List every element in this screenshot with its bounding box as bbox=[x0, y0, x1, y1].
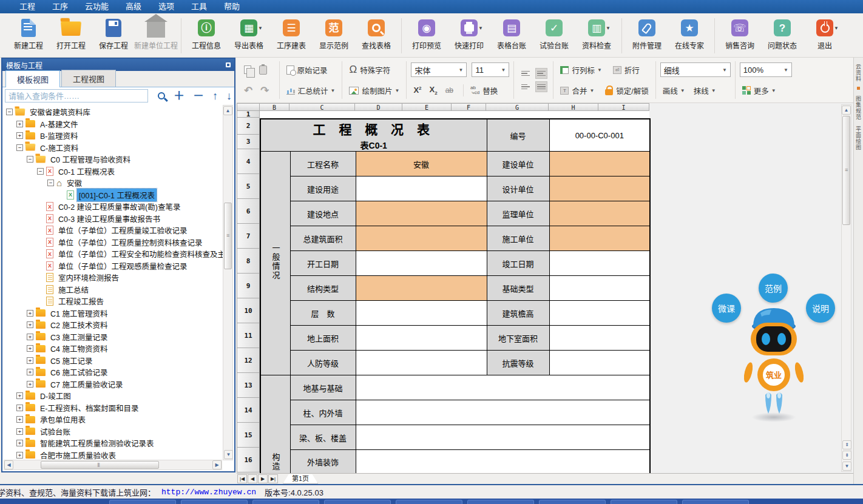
align-top-icon[interactable] bbox=[519, 68, 532, 79]
align-left-icon[interactable] bbox=[519, 81, 532, 92]
column-header-C[interactable]: C bbox=[289, 103, 355, 111]
tree-item[interactable]: +合肥市施工质量验收表 bbox=[2, 449, 223, 461]
scrollbar-thumb[interactable] bbox=[224, 203, 232, 269]
undo-button[interactable]: ↶ bbox=[242, 83, 258, 98]
sheet-vertical-scrollbar[interactable]: ▲ ⇞ ⇟ ▼ bbox=[841, 104, 851, 472]
tree-item[interactable]: −C0 工程管理与验收资料 bbox=[2, 153, 223, 166]
tree-item[interactable]: −XC0-1 工程概况表 bbox=[2, 166, 223, 178]
expand-plus-icon[interactable]: + bbox=[27, 369, 33, 375]
taskbar-button[interactable] bbox=[396, 500, 462, 504]
cell-label[interactable]: 地基与基础 bbox=[290, 375, 356, 400]
tree-item[interactable]: X单位（子单位）工程质量控制资料核查记录 bbox=[2, 237, 223, 249]
expand-plus-icon[interactable]: + bbox=[27, 334, 33, 340]
tree-item[interactable]: +承包单位用表 bbox=[2, 414, 223, 426]
zoom-select[interactable]: 100%▼ bbox=[740, 62, 792, 77]
tree-item[interactable]: +C7 施工质量验收记录 bbox=[2, 378, 223, 391]
scroll-down-icon[interactable]: ▼ bbox=[224, 450, 233, 459]
process-table-button[interactable]: ☰工序建表 bbox=[271, 17, 312, 50]
status-url-link[interactable]: http://www.zhuyew.cn bbox=[161, 488, 256, 497]
prev-page-icon[interactable]: ◀ bbox=[248, 474, 257, 483]
print-preview-button[interactable]: ◉打印预览 bbox=[406, 17, 447, 50]
page-up-icon[interactable]: ⇞ bbox=[842, 440, 851, 449]
lock-unlock-button[interactable]: 锁定/解锁 bbox=[603, 84, 651, 98]
special-char-button[interactable]: Ω特殊字符 bbox=[347, 62, 393, 77]
pin-icon[interactable] bbox=[226, 62, 231, 67]
cell-no-label[interactable]: 编号 bbox=[487, 119, 549, 152]
cell-value[interactable] bbox=[549, 251, 650, 276]
cell-value[interactable] bbox=[356, 450, 650, 474]
column-header-D[interactable]: D bbox=[355, 103, 402, 111]
tree-item[interactable]: 施工总结 bbox=[2, 284, 223, 296]
expand-plus-icon[interactable]: + bbox=[16, 392, 23, 399]
cell-value[interactable] bbox=[356, 226, 487, 251]
cell-section-general[interactable]: 一般情况 bbox=[260, 152, 290, 375]
expand-plus-icon[interactable]: + bbox=[16, 132, 23, 139]
menu-item-4[interactable]: 选项 bbox=[150, 0, 183, 13]
tree-item[interactable]: +C4 施工物资资料 bbox=[2, 343, 223, 355]
cell-no-value[interactable]: 00-00-C0-001 bbox=[549, 119, 650, 152]
column-header-E[interactable]: E bbox=[402, 103, 452, 111]
dropdown-arrow-icon[interactable]: ▼ bbox=[834, 25, 839, 31]
draw-line-button[interactable]: 画线▼ bbox=[660, 84, 688, 98]
tree-item[interactable]: −⌂安徽 bbox=[2, 177, 223, 189]
tree-item[interactable]: X[001]-C0-1 工程概况表 bbox=[2, 189, 223, 201]
page-down-icon[interactable]: ⇟ bbox=[842, 451, 851, 460]
cell-value[interactable] bbox=[356, 176, 487, 201]
cell-label[interactable]: 总建筑面积 bbox=[290, 226, 356, 251]
line-style-select[interactable]: 细线▼ bbox=[660, 62, 731, 77]
menu-item-2[interactable]: 云功能 bbox=[76, 0, 117, 13]
menu-item-5[interactable]: 工具 bbox=[183, 0, 215, 13]
font-size-select[interactable]: 11▼ bbox=[472, 62, 509, 77]
row-header-13[interactable]: 13 bbox=[237, 373, 260, 398]
row-header-1[interactable]: 1 bbox=[237, 111, 260, 118]
table-ledger-button[interactable]: ▤表格台账 bbox=[491, 17, 532, 50]
more-button[interactable]: 更多▼ bbox=[740, 84, 779, 98]
online-expert-button[interactable]: ★在线专家 bbox=[669, 17, 710, 50]
cell-value[interactable] bbox=[356, 375, 650, 400]
tree-item[interactable]: +C1 施工管理资料 bbox=[2, 307, 223, 320]
row-header-9[interactable]: 9 bbox=[237, 274, 260, 298]
scrollbar-thumb[interactable] bbox=[41, 461, 159, 469]
column-header-G[interactable]: G bbox=[486, 103, 549, 111]
cell-section-structure[interactable]: 构造 bbox=[260, 375, 290, 474]
align-center-icon[interactable] bbox=[535, 81, 547, 92]
cell-label[interactable]: 建筑檐高 bbox=[487, 301, 549, 326]
tab-template-view[interactable]: 模板视图 bbox=[5, 70, 60, 87]
cell-value[interactable]: 安徽 bbox=[356, 152, 487, 176]
paste-button[interactable] bbox=[257, 64, 272, 76]
cell-label[interactable]: 地下室面积 bbox=[487, 326, 549, 351]
scroll-up-icon[interactable]: ▲ bbox=[842, 106, 851, 115]
cell-value[interactable] bbox=[549, 226, 650, 251]
tree-item[interactable]: XC0-2 建设工程质量事故调(勘)查笔录 bbox=[2, 201, 223, 213]
draw-picture-button[interactable]: 绘制图片▼ bbox=[347, 84, 402, 98]
row-header-7[interactable]: 7 bbox=[237, 224, 260, 249]
cell-value[interactable] bbox=[549, 301, 650, 326]
project-info-button[interactable]: ⓘ工程信息 bbox=[186, 17, 227, 50]
scroll-up-icon[interactable]: ▲ bbox=[223, 106, 232, 115]
cell-label[interactable]: 结构类型 bbox=[290, 276, 356, 301]
cell-label[interactable]: 建设用途 bbox=[290, 176, 356, 201]
side-strip-label[interactable]: 图集规范 bbox=[855, 96, 862, 120]
cell-value[interactable] bbox=[356, 425, 650, 450]
quick-print-button[interactable]: ▼快速打印 bbox=[448, 17, 490, 50]
expand-plus-icon[interactable]: + bbox=[16, 405, 23, 411]
row-header-3[interactable]: 3 bbox=[237, 135, 260, 149]
taskbar-button[interactable] bbox=[682, 500, 749, 504]
new-project-button[interactable]: 新建工程 bbox=[8, 17, 49, 50]
cell-value[interactable] bbox=[356, 301, 487, 326]
tree-item[interactable]: +C6 施工试验记录 bbox=[2, 366, 223, 378]
dropdown-arrow-icon[interactable]: ▼ bbox=[606, 25, 611, 31]
cell-label[interactable]: 层 数 bbox=[290, 301, 356, 326]
tree-item[interactable]: +A-基建文件 bbox=[2, 118, 223, 130]
collapse-minus-icon[interactable]: − bbox=[37, 168, 44, 175]
cell-label[interactable]: 建设单位 bbox=[487, 152, 549, 176]
taskbar-button[interactable] bbox=[611, 500, 677, 504]
tree-item[interactable]: +B-监理资料 bbox=[2, 130, 223, 142]
side-strip-label[interactable]: 平面绘图 bbox=[855, 126, 862, 150]
tab-project-view[interactable]: 工程视图 bbox=[61, 70, 116, 87]
expand-plus-icon[interactable]: + bbox=[16, 121, 23, 127]
cell-value[interactable] bbox=[549, 176, 650, 201]
font-name-select[interactable]: 宋体▼ bbox=[411, 62, 467, 77]
cell-label[interactable]: 建设地点 bbox=[290, 201, 356, 226]
taskbar-button[interactable] bbox=[539, 500, 606, 504]
